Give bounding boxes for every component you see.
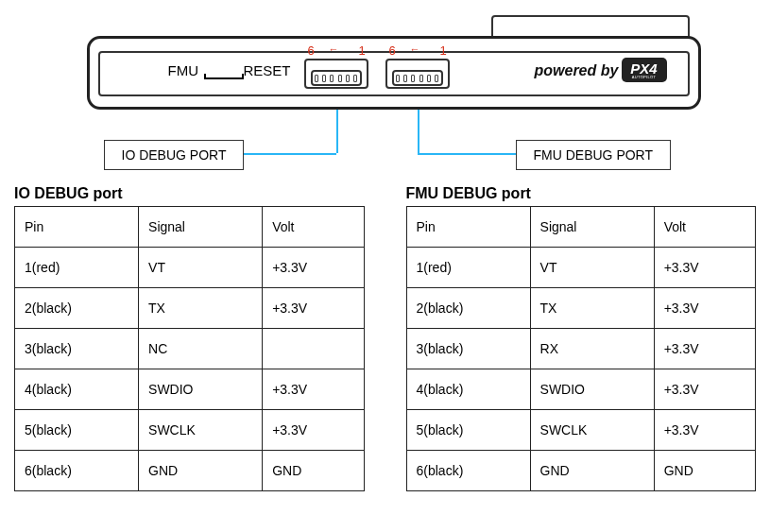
col-signal: Signal: [530, 207, 654, 248]
cell-signal: GND: [139, 451, 263, 491]
cell-volt: +3.3V: [263, 248, 364, 288]
pinout-tables: IO DEBUG port Pin Signal Volt 1(red)VT+3…: [14, 185, 756, 491]
table-row: 6(black)GNDGND: [15, 451, 365, 491]
cell-pin: 2(black): [406, 288, 530, 329]
cell-volt: +3.3V: [263, 410, 364, 451]
col-signal: Signal: [139, 207, 263, 248]
cell-pin: 4(black): [406, 369, 530, 410]
cell-signal: NC: [139, 329, 263, 369]
fmu-debug-callout: FMU DEBUG PORT: [516, 140, 672, 170]
cell-signal: SWCLK: [530, 410, 654, 451]
table-row: 2(black)TX+3.3V: [15, 288, 365, 329]
table-row: 5(black)SWCLK+3.3V: [15, 410, 365, 451]
cell-signal: RX: [530, 329, 654, 369]
fmu-debug-table-block: FMU DEBUG port Pin Signal Volt 1(red)VT+…: [406, 185, 757, 491]
cell-volt: +3.3V: [263, 288, 364, 329]
table-row: 2(black)TX+3.3V: [406, 288, 756, 329]
cell-signal: SWCLK: [139, 410, 263, 451]
cell-volt: +3.3V: [654, 369, 755, 410]
px4-subtext: AUTOPILOT: [632, 76, 656, 79]
io-debug-connector-pins: [311, 70, 362, 86]
cell-signal: GND: [530, 451, 654, 491]
table-row: 4(black)SWDIO+3.3V: [406, 369, 756, 410]
reset-bracket: [204, 74, 244, 79]
cell-pin: 2(black): [15, 288, 139, 329]
fmu-debug-table: Pin Signal Volt 1(red)VT+3.3V2(black)TX+…: [406, 206, 757, 491]
table-header-row: Pin Signal Volt: [406, 207, 756, 248]
fmu-label: FMU: [168, 62, 199, 78]
fmu-debug-connector-pins: [392, 70, 443, 86]
conn2-pin-6-label: 6: [389, 43, 396, 58]
cell-pin: 6(black): [15, 451, 139, 491]
cell-volt: +3.3V: [654, 329, 755, 369]
cell-volt: GND: [654, 451, 755, 491]
cell-volt: GND: [263, 451, 364, 491]
table-row: 1(red)VT+3.3V: [15, 248, 365, 288]
cell-signal: SWDIO: [530, 369, 654, 410]
io-debug-callout: IO DEBUG PORT: [104, 140, 245, 170]
io-debug-table-block: IO DEBUG port Pin Signal Volt 1(red)VT+3…: [14, 185, 365, 491]
powered-by-label: powered by: [535, 62, 619, 79]
conn1-pin-1-label: 1: [359, 43, 366, 58]
cell-signal: SWDIO: [139, 369, 263, 410]
col-volt: Volt: [654, 207, 755, 248]
cell-signal: TX: [530, 288, 654, 329]
table-row: 4(black)SWDIO+3.3V: [15, 369, 365, 410]
cell-pin: 3(black): [406, 329, 530, 369]
table-header-row: Pin Signal Volt: [15, 207, 365, 248]
cell-volt: +3.3V: [654, 248, 755, 288]
conn2-arrow-icon: ←: [410, 43, 420, 55]
cell-volt: [263, 329, 364, 369]
io-debug-table: Pin Signal Volt 1(red)VT+3.3V2(black)TX+…: [14, 206, 365, 491]
cell-volt: +3.3V: [654, 288, 755, 329]
cell-pin: 5(black): [15, 410, 139, 451]
col-pin: Pin: [15, 207, 139, 248]
fmu-debug-table-title: FMU DEBUG port: [406, 185, 757, 202]
callout-line-fmu-h: [418, 153, 517, 155]
col-volt: Volt: [263, 207, 364, 248]
px4-text: PX4: [630, 61, 657, 76]
table-row: 1(red)VT+3.3V: [406, 248, 756, 288]
col-pin: Pin: [406, 207, 530, 248]
cell-signal: VT: [139, 248, 263, 288]
table-row: 3(black)NC: [15, 329, 365, 369]
cell-signal: TX: [139, 288, 263, 329]
reset-label: RESET: [244, 62, 291, 78]
conn2-pin-1-label: 1: [440, 43, 447, 58]
px4-logo: PX4 AUTOPILOT: [622, 58, 667, 82]
cell-pin: 3(black): [15, 329, 139, 369]
cell-volt: +3.3V: [654, 410, 755, 451]
cell-volt: +3.3V: [263, 369, 364, 410]
io-debug-table-title: IO DEBUG port: [14, 185, 365, 202]
table-row: 6(black)GNDGND: [406, 451, 756, 491]
board-diagram: FMU RESET 6 ← 1 6 ← 1 powered by PX4 AUT…: [17, 9, 754, 161]
cell-pin: 1(red): [15, 248, 139, 288]
conn1-arrow-icon: ←: [329, 43, 339, 55]
conn1-pin-6-label: 6: [308, 43, 315, 58]
callout-line-io-h: [234, 153, 336, 155]
table-row: 3(black)RX+3.3V: [406, 329, 756, 369]
cell-signal: VT: [530, 248, 654, 288]
cell-pin: 4(black): [15, 369, 139, 410]
table-row: 5(black)SWCLK+3.3V: [406, 410, 756, 451]
cell-pin: 5(black): [406, 410, 530, 451]
cell-pin: 6(black): [406, 451, 530, 491]
cell-pin: 1(red): [406, 248, 530, 288]
